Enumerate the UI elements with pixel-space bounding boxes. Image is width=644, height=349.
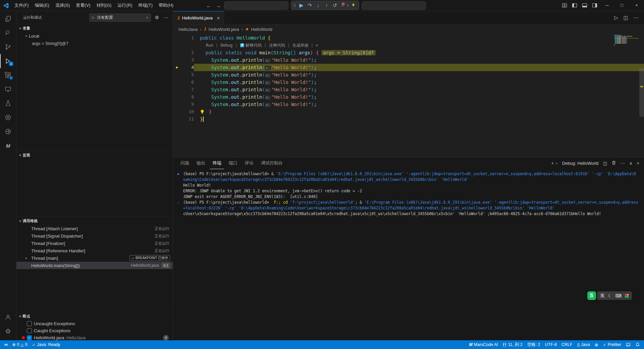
account-icon[interactable] bbox=[0, 310, 16, 324]
breakpoint-checkbox[interactable] bbox=[27, 321, 32, 326]
command-center-box-right[interactable] bbox=[362, 1, 426, 10]
close-panel-icon[interactable]: × bbox=[637, 161, 639, 166]
code-text[interactable]: System.out.println(x:"Hello World!"); bbox=[194, 86, 644, 93]
sogou-logo-icon[interactable]: S bbox=[587, 291, 596, 300]
run-file-button[interactable]: ▷ bbox=[614, 15, 618, 21]
breadcrumb-project[interactable]: HelloJava bbox=[178, 27, 198, 32]
debug-restart-button[interactable]: ↺ bbox=[331, 1, 339, 9]
codelens-item[interactable]: 注释代码 bbox=[269, 43, 285, 48]
codelens-item[interactable]: 解释代码 bbox=[246, 43, 262, 48]
panel-tab[interactable]: 调试控制台 bbox=[258, 157, 285, 169]
start-debug-icon[interactable]: ▷ bbox=[92, 15, 95, 20]
gutter-glyph-margin[interactable] bbox=[173, 86, 181, 93]
code-text[interactable]: System.out.println(x:"Hello World!"); bbox=[194, 56, 644, 64]
active-terminal-name[interactable]: Debug: HelloWorld bbox=[562, 161, 599, 166]
codelens-item[interactable]: Run bbox=[206, 43, 213, 48]
menu-item[interactable]: 帮助(H) bbox=[156, 0, 176, 11]
debug-disconnect-button[interactable] bbox=[339, 1, 347, 9]
profile-icon[interactable] bbox=[559, 0, 570, 11]
maximize-button[interactable]: □ bbox=[614, 0, 629, 11]
breakpoint-row[interactable]: Uncaught Exceptions bbox=[16, 320, 173, 327]
breadcrumb-symbol[interactable]: HelloWorld bbox=[251, 27, 272, 32]
thread-row[interactable]: Thread [Finalizer]正在运行 bbox=[16, 240, 173, 247]
sidebar-more-icon[interactable]: ⋯ bbox=[163, 15, 169, 20]
codelens-item[interactable]: Debug bbox=[220, 43, 232, 48]
split-editor-icon[interactable]: ◫ bbox=[624, 15, 628, 21]
code-text[interactable]: } bbox=[194, 115, 644, 123]
menu-item[interactable]: 文件(F) bbox=[11, 0, 32, 11]
gutter-glyph-margin[interactable] bbox=[173, 42, 181, 49]
activity-extension-b[interactable] bbox=[0, 124, 16, 139]
breakpoint-checkbox[interactable] bbox=[27, 328, 32, 333]
terminal-profile-caret-icon[interactable]: ∨ bbox=[555, 162, 558, 165]
debug-continue-button[interactable]: ▶ bbox=[298, 1, 306, 9]
status-cursor-position[interactable]: 行 11, 列 2 bbox=[500, 340, 525, 349]
activity-extension-a[interactable] bbox=[0, 110, 16, 124]
ime-night-mode-icon[interactable]: ☾ bbox=[608, 293, 612, 298]
panel-tab[interactable]: 终端 bbox=[210, 157, 224, 169]
activity-explorer[interactable] bbox=[0, 12, 16, 26]
editor-more-icon[interactable]: ⋯ bbox=[634, 15, 639, 21]
menu-item[interactable]: 查看(V) bbox=[73, 0, 93, 11]
code-text[interactable]: System.out.println(x:"Hello World!"); bbox=[194, 64, 644, 71]
command-decoration-icon[interactable]: ○ bbox=[177, 200, 179, 205]
stack-frame[interactable]: HelloWorld.main(String[])HelloWorld.java… bbox=[16, 262, 173, 269]
toggle-secondary-sidebar-icon[interactable] bbox=[590, 0, 600, 11]
nav-forward-icon[interactable]: → bbox=[215, 3, 222, 8]
menu-item[interactable]: 编辑(E) bbox=[32, 0, 52, 11]
thread-row[interactable]: Thread [Reference Handler]正在运行 bbox=[16, 247, 173, 254]
menu-item[interactable]: 运行(R) bbox=[114, 0, 135, 11]
editor-scrollbar[interactable] bbox=[639, 34, 644, 157]
scope-local[interactable]: ∨ Local bbox=[16, 32, 173, 40]
settings-gear-icon[interactable]: ⚙ bbox=[0, 324, 16, 338]
thread-row[interactable]: ∨Thread [main]▭BREAKPOINT 已暂停 bbox=[16, 254, 173, 262]
variables-header[interactable]: ∨ 变量 bbox=[16, 24, 173, 32]
code-text[interactable]: System.out.println(x:"Hello World!"); bbox=[194, 79, 644, 86]
gutter-glyph-margin[interactable] bbox=[173, 93, 181, 101]
status-prettier[interactable]: ✓Prettier bbox=[600, 340, 624, 349]
gutter-glyph-margin[interactable] bbox=[173, 108, 181, 115]
status-marscode[interactable]: MMarsCode AI bbox=[467, 340, 500, 349]
panel-tab[interactable]: 评论 bbox=[242, 157, 256, 169]
code-editor[interactable]: 1public class HelloWorld {Run | Debug | … bbox=[173, 34, 644, 157]
toggle-panel-icon[interactable] bbox=[580, 0, 590, 11]
split-terminal-icon[interactable]: ◫ bbox=[603, 161, 607, 166]
nav-back-icon[interactable]: ← bbox=[205, 3, 212, 8]
activity-marscode[interactable]: M bbox=[0, 139, 16, 153]
status-indentation[interactable]: 空格: 2 bbox=[525, 340, 543, 349]
close-window-button[interactable]: × bbox=[629, 0, 644, 11]
activity-remote-explorer[interactable] bbox=[0, 82, 16, 96]
code-text[interactable]: System.out.println(x:"Hello World!"); bbox=[194, 71, 644, 79]
scrollbar-thumb[interactable] bbox=[639, 68, 644, 117]
lightbulb-icon[interactable] bbox=[200, 109, 205, 116]
hot-code-replace-button[interactable] bbox=[349, 1, 357, 9]
terminal-content[interactable]: ●(base) PS F:\project\java\helloworld> &… bbox=[173, 169, 644, 340]
gutter-glyph-margin[interactable] bbox=[173, 56, 181, 64]
tab-close-icon[interactable]: × bbox=[217, 15, 220, 21]
maximize-panel-icon[interactable]: ∧ bbox=[629, 161, 633, 166]
status-language[interactable]: {}Java bbox=[575, 340, 592, 349]
menu-item[interactable]: 选择(S) bbox=[52, 0, 73, 11]
panel-tab[interactable]: 输出 bbox=[194, 157, 208, 169]
minimap[interactable] bbox=[614, 35, 639, 46]
codelens-item[interactable]: 生成单测 bbox=[292, 43, 309, 48]
status-ports[interactable]: ⊕ bbox=[592, 340, 600, 349]
activity-testing[interactable] bbox=[0, 96, 16, 110]
debug-step-into-button[interactable]: ↓ bbox=[314, 1, 322, 9]
command-decoration-icon[interactable]: ● bbox=[177, 171, 179, 177]
activity-source-control[interactable] bbox=[0, 40, 16, 54]
status-eol[interactable]: CRLF bbox=[559, 340, 575, 349]
minimize-button[interactable]: ─ bbox=[600, 0, 614, 11]
panel-tab[interactable]: 端口 bbox=[226, 157, 240, 169]
callstack-header[interactable]: ∨ 调用堆栈 bbox=[16, 216, 173, 225]
gutter-glyph-margin[interactable] bbox=[173, 34, 181, 42]
variable-item[interactable]: args = String[0]@7 bbox=[16, 40, 173, 47]
status-encoding[interactable]: UTF-8 bbox=[543, 340, 559, 349]
status-notifications[interactable] bbox=[633, 340, 642, 349]
watch-header[interactable]: ∨ 监视 bbox=[16, 151, 173, 159]
drag-grip-icon[interactable]: ⠿ bbox=[293, 3, 296, 8]
gutter-glyph-margin[interactable] bbox=[173, 115, 181, 123]
activity-run-debug[interactable]: 1 bbox=[0, 54, 16, 68]
launch-config-dropdown[interactable]: ▷ 没有配置 ∨ bbox=[89, 13, 151, 22]
activity-search[interactable] bbox=[0, 26, 16, 40]
